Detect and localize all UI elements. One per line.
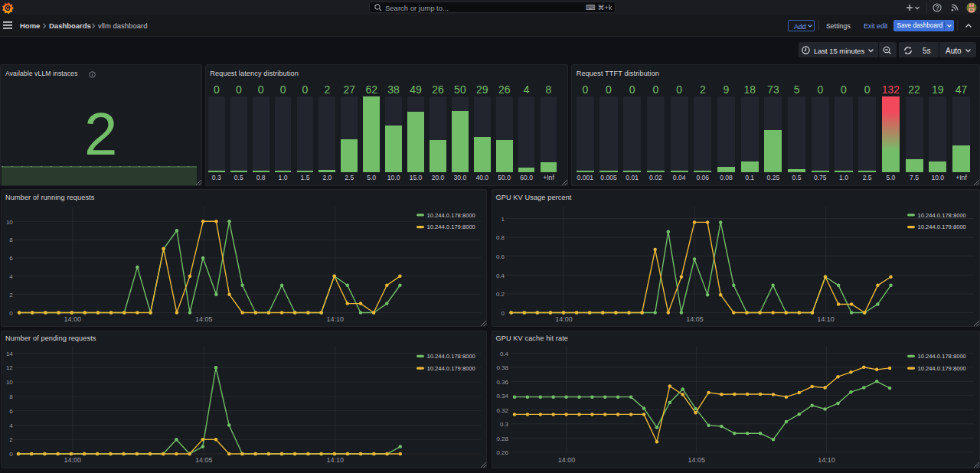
svg-text:0.34: 0.34 bbox=[496, 393, 508, 400]
svg-text:10.244.0.178:8000: 10.244.0.178:8000 bbox=[918, 353, 966, 360]
svg-text:0.38: 0.38 bbox=[496, 364, 508, 371]
svg-text:0.28: 0.28 bbox=[496, 435, 508, 442]
svg-text:0.4: 0.4 bbox=[500, 351, 509, 357]
svg-text:14:05: 14:05 bbox=[688, 456, 706, 464]
svg-text:14:10: 14:10 bbox=[818, 456, 835, 464]
svg-text:14:00: 14:00 bbox=[558, 456, 576, 464]
svg-text:0.32: 0.32 bbox=[496, 407, 508, 414]
svg-text:0.3: 0.3 bbox=[500, 421, 509, 428]
svg-text:0.26: 0.26 bbox=[496, 449, 508, 456]
svg-text:0.36: 0.36 bbox=[496, 379, 508, 386]
svg-text:10.244.0.179:8000: 10.244.0.179:8000 bbox=[918, 365, 966, 372]
